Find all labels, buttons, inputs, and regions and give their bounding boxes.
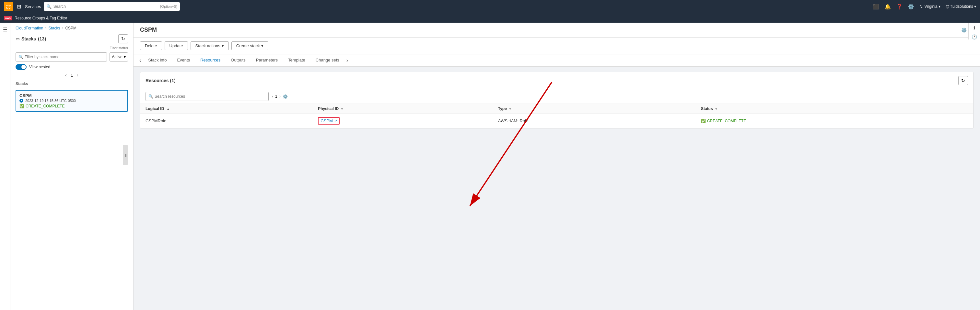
status-filter-icon: ▼ — [714, 107, 718, 111]
resource-status: ✅ CREATE_COMPLETE — [701, 119, 968, 123]
status-check-icon: ✅ — [19, 104, 24, 108]
stacks-panel: ▭ Stacks (13) ↻ Filter status 🔍 Active ▾ — [10, 30, 133, 310]
right-side-icons: ℹ 🕐 — [968, 23, 980, 40]
hamburger-icon[interactable]: ☰ — [3, 27, 8, 33]
services-label[interactable]: Services — [25, 4, 41, 9]
tab-template[interactable]: Template — [283, 54, 310, 66]
delete-button[interactable]: Delete — [140, 41, 162, 50]
stacks-title-text: Stacks — [21, 36, 36, 41]
create-stack-button[interactable]: Create stack ▾ — [231, 41, 268, 50]
stacks-next-page[interactable]: › — [77, 73, 78, 78]
resources-prev-page[interactable]: ‹ — [272, 94, 273, 99]
view-nested-toggle[interactable] — [16, 64, 27, 70]
filter-search-box[interactable]: 🔍 — [16, 52, 107, 62]
stacks-header: ▭ Stacks (13) ↻ — [16, 34, 128, 43]
nav-right: ⬛ 🔔 ❓ ⚙️ N. Virginia ▾ @ fluidsolutions … — [873, 3, 976, 10]
tab-outputs[interactable]: Outputs — [226, 54, 251, 66]
view-nested-label: View nested — [29, 65, 50, 69]
col-header-logical-id[interactable]: Logical ID ▲ — [140, 104, 313, 114]
breadcrumb: CloudFormation › Stacks › CSPM — [10, 23, 133, 30]
resources-pagination: ‹ 1 › ⚙️ — [272, 94, 288, 99]
tabs-prev-button[interactable]: ‹ — [137, 58, 143, 63]
status-value: Active — [112, 55, 123, 59]
col-header-status[interactable]: Status ▼ — [696, 104, 973, 114]
search-shortcut: [Option+S] — [161, 5, 177, 8]
action-buttons-bar: Delete Update Stack actions ▾ Create sta… — [134, 38, 980, 54]
resources-table: Logical ID ▲ Physical ID ▼ Type ▼ — [140, 104, 973, 128]
stack-actions-label: Stack actions — [196, 43, 220, 48]
table-header-row: Logical ID ▲ Physical ID ▼ Type ▼ — [140, 104, 973, 114]
stack-date-text: 2023-12-19 16:15:36 UTC-0500 — [25, 99, 76, 103]
stacks-icon: ▭ — [16, 36, 19, 41]
right-panel: CSPM ⚙️ ✕ Delete Update Stack actions ▾ … — [134, 23, 980, 310]
resources-search-box[interactable]: 🔍 — [145, 92, 269, 101]
settings-icon[interactable]: ⚙️ — [908, 3, 914, 10]
update-button[interactable]: Update — [165, 41, 188, 50]
stack-item-date: 2023-12-19 16:15:36 UTC-0500 — [19, 99, 124, 103]
stack-actions-button[interactable]: Stack actions ▾ — [191, 41, 229, 50]
stack-radio-indicator — [19, 99, 23, 103]
logical-id-sort-icon: ▲ — [167, 107, 170, 111]
stacks-pagination: ‹ 1 › — [16, 73, 128, 78]
stacks-count: (13) — [38, 36, 46, 41]
tab-parameters[interactable]: Parameters — [251, 54, 283, 66]
search-icon: 🔍 — [46, 4, 51, 9]
type-filter-icon: ▼ — [509, 107, 512, 111]
side-info-icon[interactable]: ℹ — [974, 25, 975, 30]
col-header-type[interactable]: Type ▼ — [493, 104, 696, 114]
side-clock-icon[interactable]: 🕐 — [972, 34, 977, 40]
resources-next-page[interactable]: › — [279, 94, 281, 99]
create-stack-dropdown-icon: ▾ — [261, 43, 264, 48]
stacks-column-header: Stacks — [16, 80, 128, 87]
global-search-bar[interactable]: 🔍 [Option+S] — [44, 2, 180, 11]
search-input[interactable] — [54, 4, 159, 9]
terminal-icon[interactable]: ⬛ — [873, 3, 879, 10]
filter-status-label: Filter status — [110, 46, 128, 50]
stack-item-cspm[interactable]: CSPM 2023-12-19 16:15:36 UTC-0500 ✅ CREA… — [16, 90, 128, 112]
tab-events[interactable]: Events — [172, 54, 195, 66]
stacks-title: ▭ Stacks (13) — [16, 36, 46, 41]
tab-resources[interactable]: Resources — [195, 54, 226, 66]
main-layout: ☰ CloudFormation › Stacks › CSPM ▭ Stack… — [0, 23, 980, 310]
left-panel: CloudFormation › Stacks › CSPM ▭ Stacks … — [10, 23, 134, 310]
resources-search-icon: 🔍 — [148, 94, 153, 99]
cell-logical-id: CSPMRole — [140, 114, 313, 128]
tab-stack-info[interactable]: Stack info — [143, 54, 172, 66]
physical-id-link[interactable]: CSPM ↗ — [318, 117, 340, 125]
create-stack-label: Create stack — [236, 43, 260, 48]
help-icon[interactable]: ❓ — [896, 3, 902, 10]
region-selector[interactable]: N. Virginia ▾ — [920, 4, 940, 9]
panel-collapse-toggle[interactable]: ‖ — [123, 145, 128, 165]
breadcrumb-stacks[interactable]: Stacks — [48, 26, 60, 30]
bell-icon[interactable]: 🔔 — [885, 3, 891, 10]
resources-settings-icon[interactable]: ⚙️ — [283, 94, 288, 99]
filter-by-stack-name-input[interactable] — [25, 55, 104, 59]
filter-row: 🔍 Active ▾ — [16, 52, 128, 62]
user-menu[interactable]: @ fluidsolutions ▾ — [946, 4, 976, 9]
sidebar-toggle[interactable]: ☰ — [0, 23, 10, 310]
toggle-knob — [21, 65, 26, 69]
col-header-physical-id[interactable]: Physical ID ▼ — [313, 104, 493, 114]
resources-refresh-button[interactable]: ↻ — [958, 76, 968, 85]
breadcrumb-cloudformation[interactable]: CloudFormation — [16, 26, 43, 30]
grid-icon[interactable]: ⊞ — [17, 3, 21, 10]
external-link-icon: ↗ — [334, 119, 337, 123]
panel-settings-icon[interactable]: ⚙️ — [961, 27, 967, 33]
physical-id-filter-icon: ▼ — [340, 107, 344, 111]
resources-section: Resources (1) ↻ 🔍 ‹ 1 — [140, 72, 974, 128]
panel-title: CSPM — [140, 27, 157, 33]
resources-page-number: 1 — [275, 94, 277, 99]
tabs-next-button[interactable]: › — [345, 58, 350, 63]
stack-item-status: ✅ CREATE_COMPLETE — [19, 104, 124, 108]
panel-header: CSPM ⚙️ ✕ — [134, 23, 980, 38]
resources-search-input[interactable] — [154, 94, 266, 99]
stacks-refresh-button[interactable]: ↻ — [118, 34, 128, 43]
stack-item-name: CSPM — [19, 93, 124, 98]
stacks-prev-page[interactable]: ‹ — [65, 73, 67, 78]
aws-logo — [4, 2, 13, 11]
status-select[interactable]: Active ▾ — [110, 52, 128, 62]
tab-change-sets[interactable]: Change sets — [310, 54, 345, 66]
cell-status: ✅ CREATE_COMPLETE — [696, 114, 973, 128]
status-complete-icon: ✅ — [701, 119, 706, 123]
aws-service-icon: aws — [4, 16, 12, 21]
